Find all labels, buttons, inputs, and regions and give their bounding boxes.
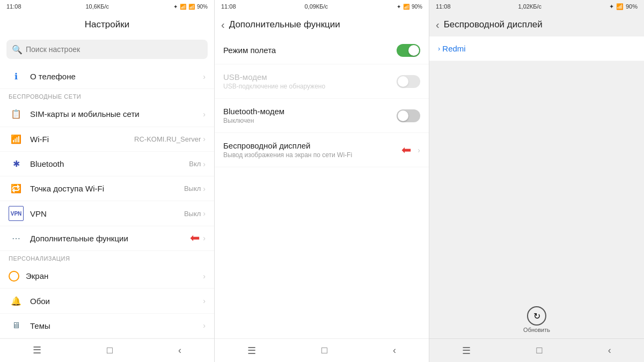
- nav-home-2[interactable]: □: [311, 341, 338, 360]
- screen-label: Экран: [26, 271, 203, 280]
- wireless-display-right: ⬅ ›: [401, 143, 420, 157]
- settings-item-screen[interactable]: Экран ›: [0, 264, 214, 289]
- nav-menu-2[interactable]: ☰: [237, 341, 267, 361]
- wireless-display-info: Беспроводной дисплей Вывод изображения н…: [223, 141, 352, 159]
- bt-modem-toggle[interactable]: [397, 109, 420, 122]
- empty-area: [429, 61, 644, 301]
- status-speed-3: 1,02КБ/с: [518, 3, 541, 10]
- extra-label: Дополнительные функции: [30, 234, 190, 243]
- sim-chevron: ›: [203, 110, 206, 119]
- airplane-toggle-thumb: [408, 45, 419, 56]
- vpn-icon: VPN: [9, 206, 24, 221]
- wireless-title-bar: ‹ Беспроводной дисплей: [429, 13, 644, 36]
- usb-modem-label: USB-модем: [223, 72, 325, 82]
- wifi-settings-icon: 📶: [9, 131, 24, 146]
- wireless-chevron: ›: [418, 146, 420, 154]
- airplane-label: Режим полета: [223, 46, 397, 55]
- sim-label: SIM-карты и мобильные сети: [30, 109, 203, 119]
- status-time-2: 11:08: [221, 3, 236, 10]
- bottom-nav-2: ☰ □ ‹: [215, 338, 429, 362]
- panel1-settings: 11:08 10,6КБ/с ✦ 📶 📶 90% Настройки 🔍 ℹ О…: [0, 0, 215, 362]
- bt-icon: ✦: [173, 4, 178, 10]
- bt-icon-2: ✦: [397, 4, 401, 10]
- status-speed-1: 10,6КБ/с: [85, 3, 109, 10]
- wifi-icon: 📶: [180, 4, 186, 10]
- settings-item-sim[interactable]: 📋 SIM-карты и мобильные сети ›: [0, 102, 214, 127]
- nav-back-3[interactable]: ‹: [597, 341, 622, 360]
- settings-item-about[interactable]: ℹ О телефоне ›: [0, 64, 214, 89]
- themes-icon: 🖥: [9, 318, 24, 333]
- hotspot-icon: 🔁: [9, 181, 24, 196]
- refresh-icon: ↻: [533, 311, 540, 321]
- settings-item-themes[interactable]: 🖥 Темы ›: [0, 314, 214, 338]
- settings-item-hotspot[interactable]: 🔁 Точка доступа Wi-Fi Выкл ›: [0, 176, 214, 201]
- wifi-value: RC-KOMI.RU_Server: [134, 135, 201, 143]
- red-arrow-extra: ⬅: [190, 231, 200, 245]
- nav-home-1[interactable]: □: [96, 341, 123, 360]
- wifi-chevron: ›: [203, 135, 206, 143]
- battery-3: 90%: [626, 3, 638, 10]
- wireless-display-sublabel: Вывод изображения на экран по сети Wi-Fi: [223, 151, 352, 159]
- status-bar-3: 11:08 1,02КБ/с ✦ 📶 90%: [429, 0, 644, 13]
- nav-menu-1[interactable]: ☰: [22, 340, 52, 360]
- hotspot-chevron: ›: [203, 184, 206, 193]
- wallpaper-icon: 🔔: [9, 293, 24, 308]
- back-btn-3[interactable]: ‹: [436, 19, 440, 31]
- wireless-display-label: Беспроводной дисплей: [223, 141, 352, 150]
- settings-bt-modem[interactable]: Bluetooth-модем Выключен: [215, 99, 429, 133]
- usb-toggle: [397, 75, 420, 88]
- redmi-label: Redmi: [442, 44, 465, 53]
- panel3-wireless-display: 11:08 1,02КБ/с ✦ 📶 90% ‹ Беспроводной ди…: [429, 0, 644, 362]
- wireless-title: Беспроводной дисплей: [444, 19, 543, 30]
- themes-label: Темы: [30, 321, 203, 330]
- wallpaper-chevron: ›: [203, 297, 206, 305]
- extra-title: Дополнительные функции: [229, 19, 340, 30]
- panel2-extra-functions: 11:08 0,09КБ/с ✦ 📶 90% ‹ Дополнительные …: [215, 0, 429, 362]
- extra-title-bar: ‹ Дополнительные функции: [215, 13, 429, 36]
- settings-item-wallpaper[interactable]: 🔔 Обои ›: [0, 289, 214, 313]
- nav-back-1[interactable]: ‹: [167, 341, 192, 360]
- settings-usb-modem: USB-модем USB-подключение не обнаружено: [215, 64, 429, 99]
- signal-icon: 📶: [188, 4, 195, 10]
- bottom-nav-1: ☰ □ ‹: [0, 338, 214, 362]
- status-right-2: ✦ 📶 90%: [397, 4, 422, 10]
- usb-modem-sublabel: USB-подключение не обнаружено: [223, 83, 325, 90]
- wallpaper-label: Обои: [30, 297, 203, 306]
- nav-back-2[interactable]: ‹: [382, 341, 407, 360]
- settings-item-extra[interactable]: ⋯ Дополнительные функции ⬅ ›: [0, 226, 214, 251]
- hotspot-label: Точка доступа Wi-Fi: [30, 184, 184, 193]
- redmi-link[interactable]: › Redmi: [429, 36, 644, 61]
- settings-item-wifi[interactable]: 📶 Wi-Fi RC-KOMI.RU_Server ›: [0, 127, 214, 152]
- refresh-button[interactable]: ↻: [527, 306, 546, 326]
- search-bar[interactable]: 🔍: [6, 40, 208, 59]
- wifi-icon-2: 📶: [403, 4, 409, 10]
- themes-chevron: ›: [203, 321, 206, 330]
- settings-airplane[interactable]: Режим полета: [215, 36, 429, 64]
- status-bar-2: 11:08 0,09КБ/с ✦ 📶 90%: [215, 0, 429, 13]
- nav-menu-3[interactable]: ☰: [451, 341, 481, 361]
- refresh-area: ↻ Обновить: [429, 301, 644, 338]
- about-label: О телефоне: [30, 72, 203, 81]
- settings-item-bluetooth[interactable]: ✱ Bluetooth Вкл ›: [0, 152, 214, 176]
- airplane-toggle[interactable]: [397, 44, 420, 57]
- sim-icon: 📋: [9, 107, 24, 122]
- status-speed-2: 0,09КБ/с: [304, 3, 328, 10]
- bluetooth-icon: ✱: [9, 157, 24, 172]
- settings-wireless-display[interactable]: Беспроводной дисплей Вывод изображения н…: [215, 133, 429, 167]
- search-input[interactable]: [26, 45, 202, 54]
- nav-home-3[interactable]: □: [526, 341, 553, 360]
- wifi-icon-3: 📶: [616, 3, 624, 10]
- battery-label-1: 90%: [197, 4, 208, 10]
- vpn-chevron: ›: [203, 209, 206, 218]
- wireless-content: › Redmi: [429, 36, 644, 301]
- back-btn-2[interactable]: ‹: [221, 19, 225, 31]
- section-personal: ПЕРСОНАЛИЗАЦИЯ: [0, 251, 214, 264]
- refresh-label: Обновить: [523, 327, 550, 333]
- red-arrow-wireless: ⬅: [401, 143, 411, 157]
- section-wireless: БЕСПРОВОДНЫЕ СЕТИ: [0, 89, 214, 102]
- bt-modem-label: Bluetooth-модем: [223, 107, 284, 116]
- status-bar-1: 11:08 10,6КБ/с ✦ 📶 📶 90%: [0, 0, 214, 13]
- bluetooth-chevron: ›: [203, 160, 206, 168]
- settings-item-vpn[interactable]: VPN VPN Выкл ›: [0, 201, 214, 226]
- screen-icon: [9, 271, 19, 282]
